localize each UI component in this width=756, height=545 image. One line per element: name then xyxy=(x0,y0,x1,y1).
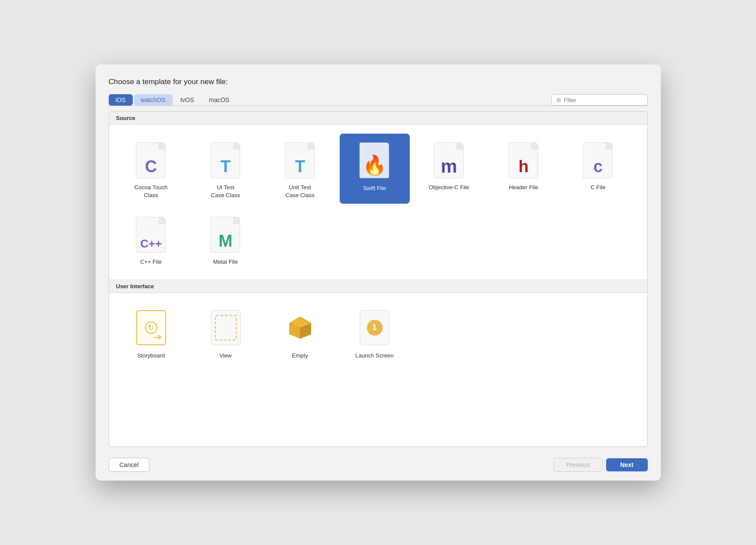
launch-badge: 1 xyxy=(367,320,383,336)
objective-c-icon: m xyxy=(432,140,467,179)
cpp-file-label: C++ File xyxy=(140,258,162,266)
view-label: View xyxy=(220,352,232,360)
filter-input[interactable] xyxy=(564,97,643,103)
empty-icon xyxy=(283,308,318,347)
swift-flame-icon: 🔥 xyxy=(362,156,387,175)
tab-watchos[interactable]: watchOS xyxy=(134,94,173,106)
template-item-c-file[interactable]: c C File xyxy=(563,134,633,204)
cancel-button[interactable]: Cancel xyxy=(109,458,150,472)
launch-screen-label: Launch Screen xyxy=(355,352,394,360)
platform-tab-group: iOS watchOS tvOS macOS xyxy=(109,94,237,106)
tab-macos[interactable]: macOS xyxy=(202,94,237,106)
cocoa-touch-class-icon: C xyxy=(134,140,169,179)
view-icon xyxy=(208,308,243,347)
ui-items-grid: ↻ Storyboard View xyxy=(109,293,647,373)
cocoa-touch-class-label: Cocoa TouchClass xyxy=(135,184,168,199)
dialog-footer: Cancel Previous Next xyxy=(109,456,648,472)
metal-file-icon: M xyxy=(208,214,243,254)
template-item-header-file[interactable]: h Header File xyxy=(489,134,559,204)
new-file-dialog: Choose a template for your new file: iOS… xyxy=(96,64,661,481)
next-button[interactable]: Next xyxy=(606,458,647,471)
tab-ios[interactable]: iOS xyxy=(109,94,133,106)
dialog-title: Choose a template for your new file: xyxy=(109,78,648,86)
template-item-storyboard[interactable]: ↻ Storyboard xyxy=(116,302,186,364)
ui-section-header: User Interface xyxy=(109,280,647,293)
template-item-unit-test-case-class[interactable]: T Unit TestCase Class xyxy=(265,134,335,204)
cocoa-c-letter: C xyxy=(145,158,157,175)
source-section-header: Source xyxy=(109,112,647,125)
template-item-objective-c-file[interactable]: m Objective-C File xyxy=(414,134,484,204)
template-item-cpp-file[interactable]: C++ C++ File xyxy=(116,208,186,270)
obj-c-m-letter: m xyxy=(441,157,457,176)
unit-test-icon: T xyxy=(283,140,318,179)
storyboard-circle: ↻ xyxy=(145,322,157,334)
storyboard-arrow-svg xyxy=(154,334,163,341)
metal-file-label: Metal File xyxy=(213,258,238,266)
cpp-letter: C++ xyxy=(140,238,162,249)
c-file-icon: c xyxy=(581,140,616,179)
empty-label: Empty xyxy=(292,352,308,360)
unit-t-letter: T xyxy=(295,158,305,175)
c-file-letter: c xyxy=(593,158,603,175)
cpp-file-icon: C++ xyxy=(134,214,169,254)
template-item-view[interactable]: View xyxy=(191,302,261,364)
view-dashed-border xyxy=(215,315,237,340)
header-h-letter: h xyxy=(518,158,529,175)
previous-button[interactable]: Previous xyxy=(554,458,603,472)
header-file-label: Header File xyxy=(509,184,538,191)
launch-screen-icon: 1 xyxy=(357,308,392,347)
ui-test-label: UI TestCase Class xyxy=(211,184,240,199)
storyboard-label: Storyboard xyxy=(137,352,165,360)
tab-tvos[interactable]: tvOS xyxy=(174,94,201,106)
swift-file-label: Swift File xyxy=(359,184,390,193)
header-file-icon: h xyxy=(506,140,541,179)
objective-c-label: Objective-C File xyxy=(429,184,469,191)
c-file-label: C File xyxy=(591,184,606,191)
platform-tabs-row: iOS watchOS tvOS macOS ⊜ xyxy=(109,94,648,106)
template-item-launch-screen[interactable]: 1 Launch Screen xyxy=(340,302,410,364)
storyboard-arrow-icon: ↻ xyxy=(148,323,154,333)
ui-test-icon: T xyxy=(208,140,243,179)
storyboard-icon: ↻ xyxy=(134,308,169,347)
template-content-area: Source C Cocoa TouchClass T xyxy=(109,111,648,447)
template-item-metal-file[interactable]: M Metal File xyxy=(191,208,261,270)
template-item-empty[interactable]: Empty xyxy=(265,302,335,364)
ui-t-letter: T xyxy=(220,158,231,175)
swift-file-icon: 🔥 xyxy=(357,140,392,179)
template-item-swift-file[interactable]: 🔥 Swift File xyxy=(340,134,410,204)
empty-cube-svg xyxy=(287,315,313,341)
filter-icon: ⊜ xyxy=(556,96,561,103)
unit-test-label: Unit TestCase Class xyxy=(285,184,314,199)
template-item-ui-test-case-class[interactable]: T UI TestCase Class xyxy=(191,134,261,204)
source-items-grid: C Cocoa TouchClass T UI TestCase Class xyxy=(109,125,647,280)
template-item-cocoa-touch-class[interactable]: C Cocoa TouchClass xyxy=(116,134,186,204)
metal-m-letter: M xyxy=(219,233,233,249)
filter-box[interactable]: ⊜ xyxy=(551,94,648,106)
